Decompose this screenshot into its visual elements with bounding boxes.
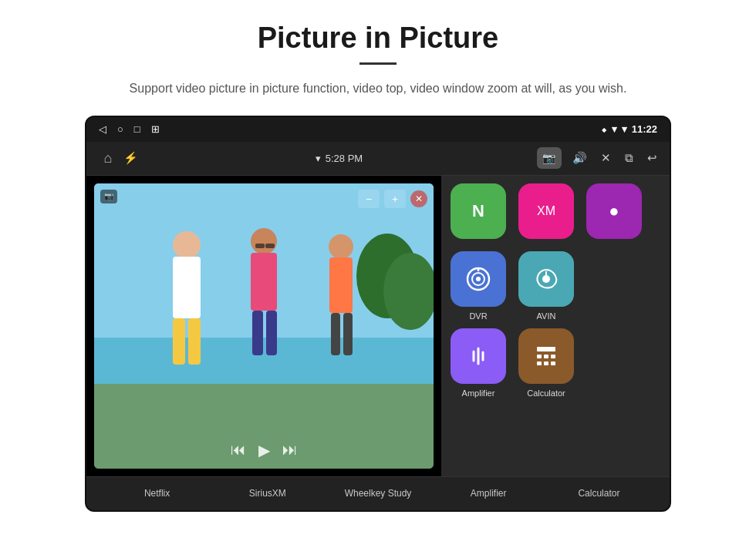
video-content bbox=[94, 183, 434, 469]
bottom-label-bar: Netflix SiriusXM Wheelkey Study Amplifie… bbox=[86, 476, 670, 510]
app-avin: AVIN bbox=[515, 251, 577, 321]
svg-rect-10 bbox=[251, 253, 277, 311]
bottom-label-calculator: Calculator bbox=[544, 488, 654, 499]
amplifier-icon[interactable] bbox=[451, 328, 506, 384]
svg-rect-15 bbox=[331, 313, 340, 355]
plus-icon: + bbox=[392, 193, 398, 205]
svg-point-9 bbox=[251, 228, 277, 254]
status-bar-right: ⬥ ▾ ▾ 11:22 bbox=[601, 123, 657, 135]
bottom-label-amplifier: Amplifier bbox=[434, 488, 544, 499]
netflix-icon[interactable]: N bbox=[451, 183, 506, 239]
pip-play-button[interactable]: ▶ bbox=[258, 441, 270, 459]
calculator-icon[interactable] bbox=[518, 328, 574, 384]
wheelkey-icon[interactable]: ● bbox=[586, 183, 642, 239]
siriusxm-icon[interactable]: XM bbox=[518, 183, 574, 239]
svg-rect-31 bbox=[544, 355, 548, 358]
pip-plus-button[interactable]: + bbox=[384, 190, 406, 208]
camera-icon: 📷 bbox=[542, 152, 555, 164]
status-bar: ◁ ○ □ ⊞ ⬥ ▾ ▾ 11:22 bbox=[86, 117, 670, 142]
pip-playback-controls: ⏮ ▶ ⏭ bbox=[231, 441, 298, 459]
back-button[interactable]: ↩ bbox=[644, 148, 660, 168]
svg-rect-14 bbox=[329, 257, 353, 313]
svg-rect-29 bbox=[537, 347, 555, 351]
pip-close-icon: ✕ bbox=[415, 193, 423, 204]
location-icon: ⬥ bbox=[601, 123, 607, 135]
wifi-nav-icon: ▾ bbox=[316, 153, 321, 164]
volume-icon: 🔊 bbox=[572, 151, 587, 165]
nav-center: ▾ 5:28 PM bbox=[316, 153, 363, 164]
recents-nav-icon[interactable]: □ bbox=[134, 123, 140, 135]
minus-icon: − bbox=[366, 193, 372, 205]
app-row-top: N XM ● bbox=[447, 183, 663, 244]
svg-rect-33 bbox=[537, 361, 542, 365]
dvr-label: DVR bbox=[469, 311, 487, 321]
dvr-icon[interactable] bbox=[451, 251, 506, 307]
amplifier-label: Amplifier bbox=[462, 388, 495, 398]
svg-rect-6 bbox=[173, 257, 201, 318]
pip-close-button[interactable]: ✕ bbox=[410, 190, 427, 207]
pip-camera-icon: 📷 bbox=[100, 190, 117, 203]
app-row-1: DVR AVIN bbox=[447, 251, 663, 321]
app-icon-netflix-partial: N bbox=[447, 183, 509, 244]
svg-rect-1 bbox=[94, 338, 434, 384]
pip-next-button[interactable]: ⏭ bbox=[282, 441, 298, 459]
status-bar-left: ◁ ○ □ ⊞ bbox=[99, 123, 160, 135]
nav-left: ⌂ ⚡ bbox=[96, 146, 141, 170]
camera-button[interactable]: 📷 bbox=[537, 147, 562, 169]
back-nav-icon[interactable]: ◁ bbox=[99, 123, 106, 135]
app-row-2: Amplifier bbox=[447, 328, 663, 398]
svg-rect-35 bbox=[551, 361, 555, 365]
svg-rect-12 bbox=[266, 311, 277, 355]
avin-label: AVIN bbox=[537, 311, 556, 321]
svg-rect-32 bbox=[551, 355, 555, 358]
pip-prev-button[interactable]: ⏮ bbox=[231, 441, 246, 459]
close-button[interactable]: ✕ bbox=[598, 148, 614, 168]
close-icon: ✕ bbox=[601, 151, 611, 165]
window-button[interactable]: ⧉ bbox=[622, 148, 636, 168]
nav-bar: ⌂ ⚡ ▾ 5:28 PM 📷 🔊 ✕ bbox=[86, 142, 670, 176]
page-description: Support video picture in picture functio… bbox=[130, 79, 627, 99]
signal-status-icon: ▾ bbox=[622, 123, 627, 135]
home-icon: ⌂ bbox=[104, 150, 113, 166]
app-grid-section: N XM ● bbox=[441, 176, 670, 476]
svg-point-21 bbox=[476, 277, 481, 281]
svg-rect-16 bbox=[343, 313, 353, 355]
app-calculator: Calculator bbox=[515, 328, 577, 398]
svg-rect-7 bbox=[173, 318, 185, 365]
wifi-status-icon: ▾ bbox=[612, 123, 617, 135]
usb-button[interactable]: ⚡ bbox=[120, 148, 141, 168]
svg-point-13 bbox=[329, 234, 353, 259]
app-icon-wheelkey-partial: ● bbox=[583, 183, 645, 244]
menu-nav-icon[interactable]: ⊞ bbox=[151, 123, 160, 135]
main-area: 📷 − + ✕ ⏮ ▶ bbox=[86, 176, 670, 476]
svg-rect-34 bbox=[544, 361, 548, 365]
bottom-label-wheelkey: Wheelkey Study bbox=[322, 488, 433, 499]
window-icon: ⧉ bbox=[625, 151, 633, 165]
pip-controls-bar: − + ✕ bbox=[358, 190, 427, 208]
app-amplifier: Amplifier bbox=[447, 328, 509, 398]
device-frame: ◁ ○ □ ⊞ ⬥ ▾ ▾ 11:22 ⌂ ⚡ bbox=[85, 116, 671, 512]
volume-button[interactable]: 🔊 bbox=[569, 148, 590, 168]
bottom-label-siriusxm: SiriusXM bbox=[212, 488, 322, 499]
svg-rect-8 bbox=[188, 318, 201, 365]
back-icon: ↩ bbox=[647, 151, 657, 165]
app-icon-siriusxm-partial: XM bbox=[515, 183, 577, 244]
svg-point-23 bbox=[542, 275, 550, 283]
svg-point-5 bbox=[173, 231, 201, 259]
usb-icon: ⚡ bbox=[123, 151, 138, 165]
svg-rect-18 bbox=[265, 244, 275, 248]
status-time: 11:22 bbox=[632, 123, 657, 135]
video-section: 📷 − + ✕ ⏮ ▶ bbox=[86, 176, 441, 476]
svg-rect-17 bbox=[255, 244, 265, 248]
avin-icon[interactable] bbox=[518, 251, 574, 307]
title-divider bbox=[359, 62, 397, 65]
nav-right: 📷 🔊 ✕ ⧉ ↩ bbox=[537, 147, 660, 169]
calculator-label: Calculator bbox=[527, 388, 565, 398]
page-title: Picture in Picture bbox=[258, 22, 499, 55]
video-pip[interactable]: 📷 − + ✕ ⏮ ▶ bbox=[94, 183, 434, 469]
bottom-label-netflix: Netflix bbox=[102, 488, 212, 499]
pip-minus-button[interactable]: − bbox=[358, 190, 380, 208]
svg-rect-11 bbox=[252, 311, 263, 355]
home-button[interactable]: ⌂ bbox=[96, 146, 120, 170]
home-nav-icon[interactable]: ○ bbox=[117, 123, 123, 135]
